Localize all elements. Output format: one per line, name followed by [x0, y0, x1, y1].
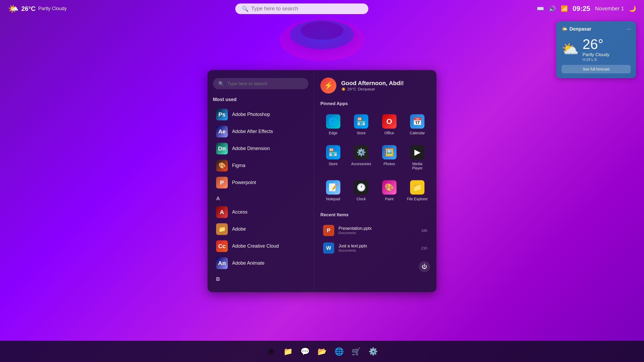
taskbar-icon-file-explorer[interactable]: 📁	[280, 344, 295, 359]
taskbar-icons: ⊞📁💬📂🌐🛒⚙️	[263, 344, 381, 359]
app-name: Adobe Dimension	[232, 146, 270, 151]
taskbar-icon-edge[interactable]: 🌐	[332, 344, 346, 359]
volume-icon[interactable]: 🔊	[549, 5, 556, 12]
pinned-app-label: Accessories	[351, 161, 371, 166]
recent-item-name: Just a text.pptx	[338, 244, 417, 248]
app-name: Adobe	[232, 226, 246, 232]
pinned-app-item[interactable]: 📝 Notepad	[320, 176, 346, 205]
recent-item-icon: P	[323, 225, 334, 236]
app-icon: Ae	[216, 126, 228, 137]
alpha-app-item[interactable]: An Adobe Animate	[213, 255, 308, 272]
see-forecast-button[interactable]: See full forecast	[562, 65, 631, 73]
pinned-app-label: Calendar	[410, 131, 425, 135]
pinned-app-item[interactable]: ▶ Media Player	[405, 141, 430, 174]
pinned-app-label: Notepad	[326, 197, 340, 201]
app-name: Access	[232, 209, 247, 215]
recent-item[interactable]: W Just a text.pptx Documents 21h	[320, 239, 430, 257]
weather-card-city: Denpasar	[569, 26, 591, 32]
greeting-temp: 29°C	[347, 87, 356, 91]
pinned-app-item[interactable]: 📅 Calendar	[405, 110, 430, 139]
pinned-app-label: Paint	[385, 197, 394, 201]
pinned-app-item[interactable]: 🌐 Edge	[320, 110, 346, 139]
start-search-icon: 🔍	[218, 81, 224, 86]
taskbar-icon-teams[interactable]: 💬	[298, 344, 312, 359]
pinned-app-item[interactable]: 📁 File Explorer	[405, 176, 430, 205]
recent-items-list: P Presentation.pptx Documents 16h W Just…	[320, 222, 430, 257]
svg-point-1	[290, 20, 354, 49]
taskbar-icon-settings[interactable]: ⚙️	[366, 344, 381, 359]
pinned-app-icon: 📅	[410, 114, 424, 128]
most-used-item[interactable]: 🎨 Figma	[213, 157, 308, 174]
topbar: 🌤️ 26°C Partly Cloudy 🔍 ⌨️ 🔊 📶 09:25 Nov…	[0, 0, 644, 17]
pinned-app-item[interactable]: O Office	[377, 110, 402, 139]
user-avatar-icon: ⚡	[324, 81, 333, 90]
svg-point-2	[301, 21, 343, 40]
pinned-app-label: Media Player	[407, 161, 428, 170]
weather-dot: ☀️	[341, 87, 346, 91]
recent-item-name: Presentation.pptx	[338, 226, 417, 231]
taskbar-icon-files[interactable]: 📂	[315, 344, 329, 359]
alpha-app-item[interactable]: A Access	[213, 203, 308, 220]
app-icon: An	[216, 257, 228, 269]
svg-point-0	[279, 19, 365, 61]
most-used-item[interactable]: P Powerpoint	[213, 174, 308, 191]
decorative-swirl	[271, 16, 373, 69]
recent-item[interactable]: P Presentation.pptx Documents 16h	[320, 222, 430, 239]
pinned-app-icon: 🌐	[326, 114, 340, 128]
pinned-app-icon: 📝	[326, 180, 340, 194]
pinned-app-item[interactable]: ⚙️ Accessories	[349, 141, 374, 174]
app-name: Adobe Creative Cloud	[232, 243, 279, 249]
most-used-item[interactable]: Dn Adobe Dimension	[213, 140, 308, 157]
topbar-right: ⌨️ 🔊 📶 09:25 November 1 🌙	[537, 5, 636, 13]
topbar-date: November 1	[595, 6, 624, 12]
greeting-location: ☀️ 29°C Denpasar	[341, 87, 404, 91]
app-name: Adobe Photoshop	[232, 112, 270, 117]
pinned-app-label: File Explorer	[407, 197, 428, 201]
alpha-a-label: A	[216, 195, 308, 201]
app-name: Powerpoint	[232, 180, 256, 185]
moon-icon[interactable]: 🌙	[629, 5, 636, 12]
topbar-search[interactable]: 🔍	[235, 3, 368, 14]
taskbar-icon-store[interactable]: 🛒	[349, 344, 364, 359]
most-used-list: Ps Adobe Photoshop Ae Adobe After Effect…	[213, 106, 308, 191]
topbar-weather-icon: 🌤️	[8, 4, 19, 14]
power-button[interactable]: ⏻	[419, 261, 430, 272]
alpha-app-item[interactable]: 📁 Adobe	[213, 220, 308, 238]
search-icon: 🔍	[242, 6, 249, 12]
recent-item-time: 21h	[421, 246, 427, 250]
app-icon: 📁	[216, 223, 228, 235]
most-used-label: Most used	[213, 97, 308, 102]
most-used-item[interactable]: Ae Adobe After Effects	[213, 123, 308, 140]
most-used-item[interactable]: Ps Adobe Photoshop	[213, 106, 308, 123]
recent-item-time: 16h	[421, 228, 427, 232]
alpha-b-label: B	[216, 276, 308, 282]
app-icon: 🎨	[216, 160, 228, 171]
taskbar-icon-start[interactable]: ⊞	[263, 344, 278, 359]
pinned-app-icon: ⚙️	[354, 145, 368, 159]
topbar-temp: 26°C	[21, 5, 36, 13]
alpha-app-item[interactable]: Cc Adobe Creative Cloud	[213, 238, 308, 255]
app-icon: A	[216, 206, 228, 218]
start-menu-left: 🔍 Most used Ps Adobe Photoshop Ae Adobe …	[208, 70, 314, 292]
app-name: Figma	[232, 163, 245, 168]
greeting-name: Good Afternoon, Abdi!	[341, 80, 404, 87]
user-avatar: ⚡	[320, 77, 336, 93]
pinned-app-icon: 🖼️	[382, 145, 397, 159]
alpha-apps-list: A Access 📁 Adobe Cc Adobe Creative Cloud…	[213, 203, 308, 272]
recent-item-icon: W	[323, 242, 334, 253]
weather-card-more[interactable]: ···	[627, 26, 631, 32]
user-greeting: ⚡ Good Afternoon, Abdi! ☀️ 29°C Denpasar	[320, 77, 430, 93]
app-icon: Dn	[216, 143, 228, 154]
pinned-app-item[interactable]: 🕐 Clock	[349, 176, 374, 205]
weather-card-hl: H:29 L:9	[583, 57, 609, 62]
start-search-bar[interactable]: 🔍	[213, 78, 308, 89]
weather-card-body: ⛅ 26° Partly Cloudy H:29 L:9	[562, 36, 631, 62]
pinned-app-item[interactable]: 🏪 Store	[320, 141, 346, 174]
topbar-search-input[interactable]	[251, 6, 362, 12]
pinned-app-item[interactable]: 🏪 Store	[349, 110, 374, 139]
pinned-app-label: Store	[357, 131, 366, 135]
start-search-input[interactable]	[227, 81, 303, 86]
pinned-app-item[interactable]: 🖼️ Photos	[377, 141, 402, 174]
pinned-app-label: Store	[329, 161, 337, 166]
pinned-app-item[interactable]: 🎨 Paint	[377, 176, 402, 205]
